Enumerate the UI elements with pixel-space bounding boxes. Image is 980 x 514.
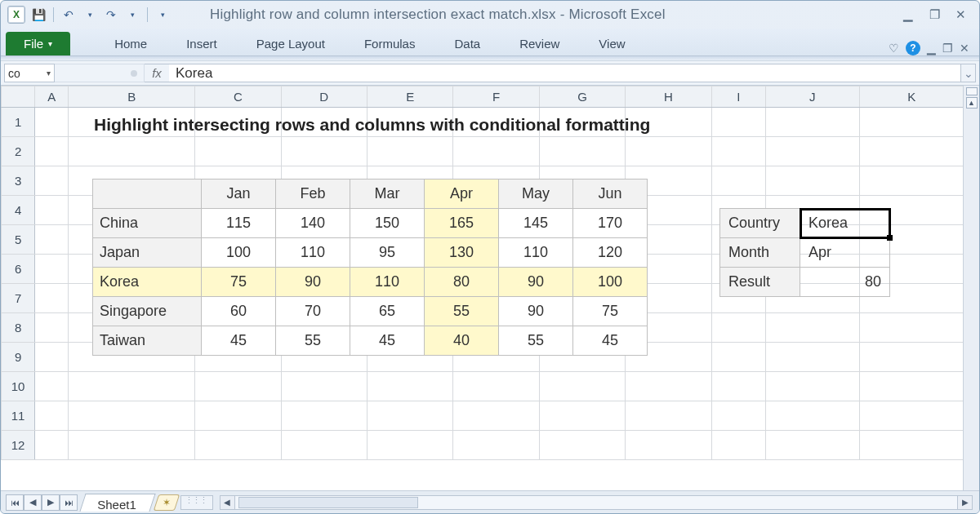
data-cell[interactable]: 110 xyxy=(276,238,350,268)
data-cell[interactable]: 55 xyxy=(276,326,350,356)
data-cell[interactable]: 45 xyxy=(350,326,425,356)
sheet-nav-last-icon[interactable]: ⏭ xyxy=(60,494,78,511)
data-cell[interactable]: 75 xyxy=(202,268,276,297)
tab-page-layout[interactable]: Page Layout xyxy=(237,32,345,55)
data-cell[interactable]: 65 xyxy=(350,297,425,326)
new-sheet-button[interactable]: ✶ xyxy=(153,494,179,511)
data-cell[interactable]: 55 xyxy=(425,297,499,326)
tab-file-label: File xyxy=(24,37,43,51)
scroll-up-icon[interactable]: ▲ xyxy=(966,97,978,109)
data-cell[interactable]: 95 xyxy=(350,238,425,268)
name-box[interactable]: co ▾ xyxy=(4,64,55,82)
tab-insert[interactable]: Insert xyxy=(167,32,237,55)
data-cell[interactable]: 115 xyxy=(202,209,276,238)
data-cell[interactable]: 145 xyxy=(499,209,573,238)
formula-input[interactable]: Korea xyxy=(169,64,961,82)
data-cell[interactable]: 45 xyxy=(573,326,648,356)
tab-formulas[interactable]: Formulas xyxy=(345,32,435,55)
redo-icon[interactable]: ↷ xyxy=(103,7,119,23)
tab-data[interactable]: Data xyxy=(434,32,500,55)
save-icon[interactable]: 💾 xyxy=(30,7,47,23)
tab-home[interactable]: Home xyxy=(95,32,167,55)
split-handle-icon[interactable] xyxy=(966,87,978,95)
tab-review[interactable]: Review xyxy=(500,32,579,55)
help-icon[interactable]: ? xyxy=(906,41,920,55)
data-cell[interactable]: 90 xyxy=(499,268,573,297)
lookup-label-country: Country xyxy=(720,209,800,238)
data-col-jun: Jun xyxy=(573,179,648,209)
data-cell[interactable]: 45 xyxy=(202,326,276,356)
lookup-result-cell[interactable]: 80 xyxy=(800,268,890,297)
data-cell[interactable]: 170 xyxy=(573,209,648,238)
vertical-scrollbar[interactable]: ▲ xyxy=(963,86,979,490)
data-cell[interactable]: 90 xyxy=(276,268,350,297)
sheet-nav-first-icon[interactable]: ⏮ xyxy=(6,494,24,511)
excel-app-icon[interactable]: X xyxy=(7,6,25,24)
redo-dropdown-icon[interactable]: ▾ xyxy=(124,7,140,23)
lookup-table: Country Korea Month Apr Result 80 xyxy=(719,208,890,297)
name-box-dropdown-icon[interactable]: ▾ xyxy=(47,69,51,78)
worksheet-grid[interactable]: A B C D E F G H I J K 123456789101112 xyxy=(1,86,963,490)
undo-icon[interactable]: ↶ xyxy=(60,7,77,23)
data-cell[interactable]: 120 xyxy=(573,238,648,268)
tab-split-handle[interactable] xyxy=(180,495,213,510)
data-row-japan: Japan xyxy=(93,238,202,268)
sheet-nav-buttons: ⏮ ◀ ▶ ⏭ xyxy=(6,494,78,511)
close-button[interactable]: ✕ xyxy=(953,7,968,22)
data-row-korea: Korea xyxy=(93,268,202,297)
data-cell[interactable]: 100 xyxy=(573,268,648,297)
data-row-china: China xyxy=(93,209,202,238)
qat-customize-dropdown-icon[interactable]: ▾ xyxy=(154,7,171,23)
formula-bar-controls xyxy=(55,64,145,82)
ribbon-tabs: File▾ Home Insert Page Layout Formulas D… xyxy=(1,29,979,56)
data-cell[interactable]: 70 xyxy=(276,297,350,326)
data-col-may: May xyxy=(499,179,573,209)
scroll-right-icon[interactable]: ▶ xyxy=(957,496,972,509)
sheet-nav-prev-icon[interactable]: ◀ xyxy=(24,494,42,511)
minimize-button[interactable]: ▁ xyxy=(901,7,915,22)
sheet-tab-sheet1[interactable]: Sheet1 xyxy=(79,494,155,512)
sheet-tab-bar: ⏮ ◀ ▶ ⏭ Sheet1 ✶ ◀ ▶ xyxy=(1,490,979,513)
scrollbar-thumb[interactable] xyxy=(238,497,418,508)
page-title: Highlight intersecting rows and columns … xyxy=(94,115,650,135)
workbook-restore-button[interactable]: ❐ xyxy=(942,42,953,55)
data-col-jan: Jan xyxy=(202,179,276,209)
name-box-value: co xyxy=(8,67,20,80)
workbook-close-button[interactable]: ✕ xyxy=(960,42,969,55)
lookup-label-month: Month xyxy=(720,238,800,268)
data-cell[interactable]: 165 xyxy=(425,209,499,238)
data-cell[interactable]: 140 xyxy=(276,209,350,238)
data-cell[interactable]: 100 xyxy=(202,238,276,268)
data-cell[interactable]: 110 xyxy=(499,238,573,268)
ribbon-min-icon[interactable]: ♡ xyxy=(889,42,899,55)
tab-view[interactable]: View xyxy=(579,32,644,55)
data-cell[interactable]: 150 xyxy=(350,209,425,238)
scroll-left-icon[interactable]: ◀ xyxy=(220,496,235,509)
data-cell[interactable]: 130 xyxy=(425,238,499,268)
data-cell[interactable]: 40 xyxy=(425,326,499,356)
data-table: JanFebMarAprMayJun China1151401501651451… xyxy=(92,179,648,356)
lookup-month-cell[interactable]: Apr xyxy=(800,238,890,268)
data-cell[interactable]: 55 xyxy=(499,326,573,356)
data-cell[interactable]: 80 xyxy=(425,268,499,297)
horizontal-scrollbar[interactable]: ◀ ▶ xyxy=(220,495,973,510)
worksheet-area: A B C D E F G H I J K 123456789101112 xyxy=(1,86,979,490)
data-col-feb: Feb xyxy=(276,179,350,209)
lookup-country-cell[interactable]: Korea xyxy=(800,209,890,238)
workbook-minimize-button[interactable]: ▁ xyxy=(927,42,936,55)
title-bar: X 💾 ↶ ▾ ↷ ▾ ▾ Highlight row and column i… xyxy=(1,1,979,29)
fx-icon[interactable]: fx xyxy=(145,64,169,82)
data-row-singapore: Singapore xyxy=(93,297,202,326)
sheet-nav-next-icon[interactable]: ▶ xyxy=(42,494,60,511)
data-cell[interactable]: 110 xyxy=(350,268,425,297)
formula-bar-expand-icon[interactable]: ⌄ xyxy=(961,64,976,82)
undo-dropdown-icon[interactable]: ▾ xyxy=(82,7,98,23)
tab-file[interactable]: File▾ xyxy=(6,32,70,55)
data-col-mar: Mar xyxy=(350,179,425,209)
data-cell[interactable]: 60 xyxy=(202,297,276,326)
data-cell[interactable]: 75 xyxy=(573,297,648,326)
data-cell[interactable]: 90 xyxy=(499,297,573,326)
data-row-taiwan: Taiwan xyxy=(93,326,202,356)
window-controls: ▁ ❐ ✕ xyxy=(901,7,973,22)
maximize-button[interactable]: ❐ xyxy=(927,7,942,22)
